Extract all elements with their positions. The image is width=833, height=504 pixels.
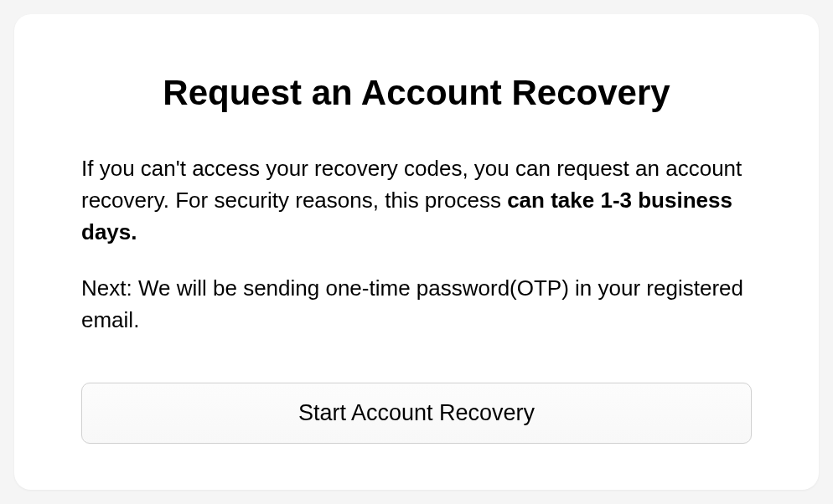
start-recovery-button[interactable]: Start Account Recovery (81, 383, 752, 444)
next-step-info: Next: We will be sending one-time passwo… (81, 273, 752, 336)
page-title: Request an Account Recovery (81, 73, 752, 113)
recovery-description: If you can't access your recovery codes,… (81, 153, 752, 248)
account-recovery-card: Request an Account Recovery If you can't… (14, 14, 819, 489)
